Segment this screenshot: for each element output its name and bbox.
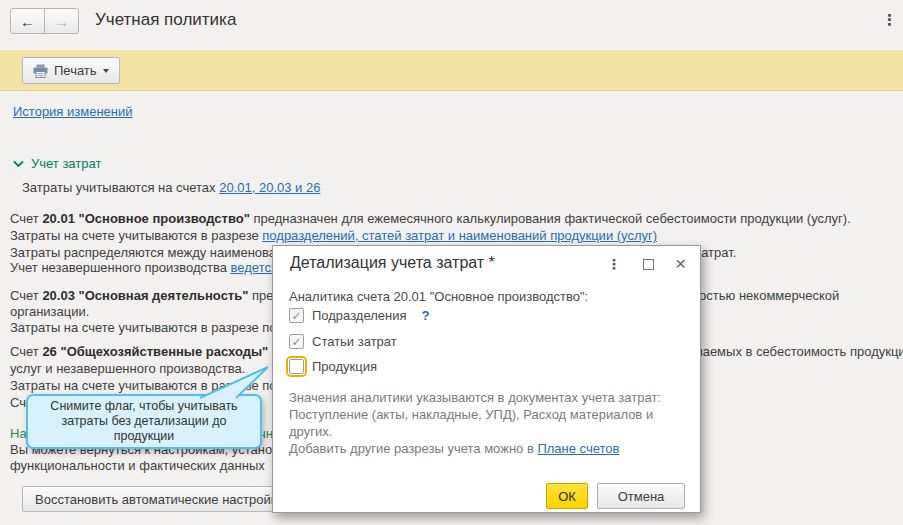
text-line: Затраты учитываются на счетах 20.01, 20.… — [22, 180, 320, 195]
text-segment: Счет — [10, 288, 42, 303]
checkbox-produkciya[interactable] — [289, 359, 304, 374]
note-line: Добавить другие разрезы учета можно в Пл… — [289, 440, 661, 457]
checkbox-label: Статьи затрат — [312, 334, 397, 349]
checkbox-row: ✓Подразделения? — [289, 308, 430, 323]
text-segment: предназначен для ежемесячного калькулиро… — [250, 211, 851, 226]
checkbox-podrazdeleniya[interactable]: ✓ — [289, 308, 304, 323]
checkbox-row: ✓Статьи затрат — [289, 334, 397, 349]
checkbox-stati-zatrat[interactable]: ✓ — [289, 334, 304, 349]
text-line: организации. — [10, 304, 89, 319]
plan-schetov-link[interactable]: Плане счетов — [537, 441, 619, 456]
tooltip-line: Снимите флаг, чтобы учитывать — [32, 399, 256, 414]
text-line: Затраты на счете учитываются в разрезе п… — [10, 228, 657, 243]
text-segment: Затраты учитываются на счетах — [22, 180, 219, 195]
checkbox-group: ✓Подразделения?✓Статьи затратПродукция — [273, 246, 700, 512]
text-segment: функциональности и фактических данных — [10, 458, 265, 473]
checkbox-row: Продукция — [289, 359, 377, 374]
note-line: Значения аналитики указываются в докумен… — [289, 389, 661, 406]
tooltip-tail — [184, 365, 274, 399]
text-segment: Затраты на счете учитываются в разрезе — [10, 228, 262, 243]
text-segment: Счет — [10, 344, 42, 359]
text-segment: Счет — [10, 211, 42, 226]
app-window: ← → Учетная политика ⋮ Печать История из… — [0, 0, 903, 525]
text-segment: организации. — [10, 304, 89, 319]
dialog-note: Значения аналитики указываются в докумен… — [289, 389, 661, 457]
text-segment: 26 "Общехозяйственные расходы" — [42, 344, 268, 359]
text-line: функциональности и фактических данных — [10, 458, 265, 473]
checkbox-label: Продукция — [312, 359, 377, 374]
inline-link[interactable]: 20.01, 20.03 и 26 — [219, 180, 320, 195]
text-line: Счет 20.01 "Основное производство" предн… — [10, 211, 851, 226]
checkbox-label: Подразделения — [312, 308, 407, 323]
text-segment: 20.01 "Основное производство" — [42, 211, 249, 226]
inline-link[interactable]: подразделений, статей затрат и наименова… — [262, 228, 657, 243]
text-segment: Учет незавершенного производства — [10, 260, 231, 275]
ok-button[interactable]: ОК — [546, 483, 588, 509]
text-segment: 20.03 "Основная деятельность" — [42, 288, 248, 303]
tooltip-line: затраты без детализации до продукции — [32, 414, 256, 444]
note-link-prefix: Добавить другие разрезы учета можно в — [289, 441, 537, 456]
note-line: других. — [289, 423, 661, 440]
help-icon[interactable]: ? — [422, 308, 430, 323]
cancel-button[interactable]: Отмена — [597, 483, 685, 509]
cost-detail-dialog: Детализация учета затрат * ⋮ × Аналитика… — [272, 245, 701, 513]
note-line: Поступление (акты, накладные, УПД), Расх… — [289, 406, 661, 423]
hint-tooltip: Снимите флаг, чтобы учитывать затраты бе… — [26, 394, 262, 449]
